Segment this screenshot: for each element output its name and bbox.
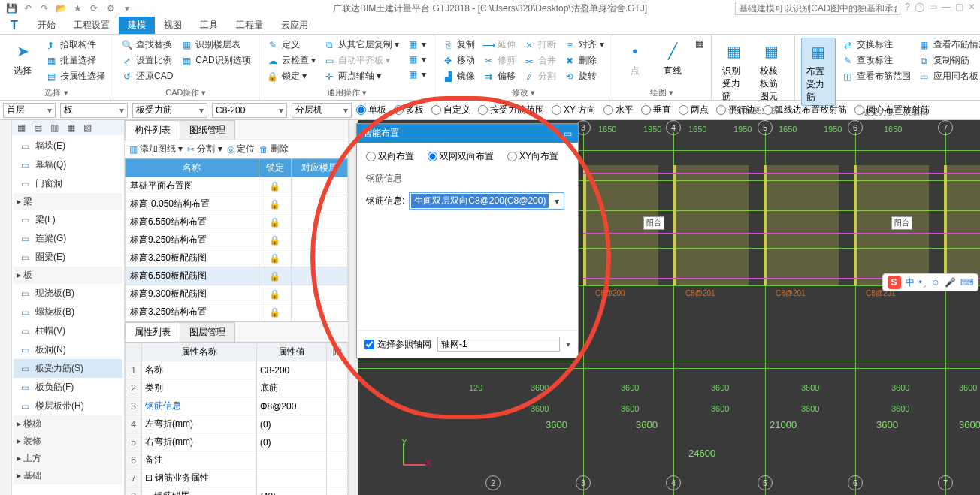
tab-modeling[interactable]: 建模 — [119, 17, 155, 34]
tree-tool-2[interactable]: ▤ — [32, 122, 44, 134]
tree-item[interactable]: ▭柱帽(V) — [14, 321, 122, 340]
lock-icon[interactable]: 🔒 — [259, 213, 291, 231]
tree-group-header[interactable]: ▸ 楼梯 — [14, 415, 122, 433]
layout-radio-input-3[interactable] — [478, 105, 488, 115]
table-row[interactable]: 标高6.550板配筋图🔒 — [126, 267, 348, 285]
pick-component[interactable]: ⮭拾取构件 — [44, 38, 107, 52]
help-search-input[interactable] — [735, 2, 900, 15]
col-name[interactable]: 名称 — [126, 159, 259, 177]
tree-tool-4[interactable]: ▦ — [65, 122, 77, 134]
extra-3[interactable]: ▦▾ — [405, 68, 428, 81]
ref-grid-checkbox[interactable]: 选择参照轴网 — [364, 338, 431, 351]
check-slab-rebar[interactable]: ▦校核板筋图元 — [755, 38, 788, 104]
extra-1[interactable]: ▦▾ — [405, 38, 428, 51]
dialog-option-input-1[interactable] — [428, 152, 437, 161]
table-row[interactable]: 标高6.550结构布置🔒 — [126, 213, 348, 231]
ime-toolbar[interactable]: S 中 •ˏ ☺ 🎤 ⌨ — [882, 273, 978, 291]
merge-btn[interactable]: ⫘合并 — [522, 53, 558, 68]
prop-row[interactable]: 4左弯折(mm)(0) — [126, 415, 348, 433]
user-icon[interactable]: ◯ — [915, 2, 924, 15]
restore-cad[interactable]: ↺还原CAD — [119, 69, 174, 83]
dialog-option-0[interactable]: 双向布置 — [366, 150, 414, 163]
select-by-prop[interactable]: ▤按属性选择 — [44, 69, 107, 83]
tree-tool-1[interactable]: ▦ — [15, 122, 27, 134]
mirror-btn[interactable]: ▟镜像 — [440, 69, 476, 83]
apply-same-slab[interactable]: ▭应用同名板 — [917, 69, 980, 83]
prop-row[interactable]: 2类别底筋 — [126, 379, 348, 397]
layout-rebar-button[interactable]: ▦布置受力筋 — [801, 38, 836, 106]
dialog-titlebar[interactable]: 智能布置 ▭ — [357, 124, 578, 143]
col-lock[interactable]: 锁定 — [259, 159, 291, 177]
tree-group-header[interactable]: ▸ 板 — [14, 267, 122, 284]
dialog-option-input-2[interactable] — [507, 152, 517, 161]
identify-rebar[interactable]: ▦识别受力筋 — [718, 38, 751, 104]
table-row[interactable]: 标高3.250板配筋图🔒 — [126, 249, 348, 267]
tree-item[interactable]: ▭墙垛(E) — [14, 137, 122, 155]
split-btn[interactable]: ⫽分割 — [522, 69, 558, 83]
ime-mode[interactable]: 中 — [906, 276, 915, 289]
minimize-icon[interactable]: — — [942, 2, 951, 15]
layout-radio-input-8[interactable] — [716, 105, 726, 115]
tree-item[interactable]: ▭楼层板带(H) — [14, 397, 122, 415]
lock-icon[interactable]: 🔒 — [259, 249, 291, 267]
qat-down-icon[interactable]: ▾ — [120, 2, 134, 15]
layer-select[interactable]: 分层机 — [292, 103, 352, 118]
layout-radio-input-0[interactable] — [356, 105, 366, 115]
layout-radio-1[interactable]: 多板 — [394, 104, 424, 116]
tree-item[interactable]: ▭螺旋板(B) — [14, 303, 122, 321]
ime-punct-icon[interactable]: •ˏ — [919, 277, 927, 288]
maximize-icon[interactable]: ▢ — [955, 2, 963, 15]
cloud-check[interactable]: ☁云检查 ▾ — [265, 53, 317, 68]
prop-row[interactable]: 1名称C8-200 — [126, 361, 348, 379]
add-drawing-button[interactable]: ▥添加图纸 ▾ — [129, 143, 183, 155]
delete-drawing-button[interactable]: 🗑删除 — [259, 143, 289, 155]
app-logo-icon[interactable]: T — [0, 17, 29, 34]
tab-start[interactable]: 开始 — [29, 17, 65, 34]
ime-mic-icon[interactable]: 🎤 — [945, 277, 956, 288]
help-icon[interactable]: ? — [905, 2, 910, 15]
layout-radio-9[interactable]: 弧线边布置放射筋 — [763, 104, 847, 116]
ref-grid-input[interactable] — [437, 337, 560, 352]
tree-group-header[interactable]: ▸ 土方 — [14, 450, 122, 467]
tree-item[interactable]: ▭连梁(G) — [14, 229, 122, 248]
lock[interactable]: 🔒锁定 ▾ — [265, 69, 317, 83]
close-icon[interactable]: ✕ — [968, 2, 975, 15]
define[interactable]: ✎定义 — [265, 38, 317, 52]
tab-properties[interactable]: 属性列表 — [125, 322, 180, 342]
category-select[interactable]: 板 — [60, 103, 128, 118]
layout-radio-2[interactable]: 自定义 — [431, 104, 470, 116]
prop-row[interactable]: 5右弯折(mm)(0) — [126, 433, 348, 451]
locate-button[interactable]: ◎定位 — [227, 143, 255, 155]
tree-group-header[interactable]: ▸ 装修 — [14, 433, 122, 450]
qat-open-icon[interactable]: 📂 — [54, 2, 68, 15]
table-row[interactable]: 标高3.250结构布置🔒 — [126, 303, 348, 321]
rebar-info-combo[interactable]: 生间双层双向C8@200(C8@200) — [409, 192, 564, 210]
move-btn[interactable]: ✥移动 — [440, 53, 476, 68]
layout-radio-7[interactable]: 两点 — [679, 104, 709, 116]
lock-icon[interactable]: 🔒 — [259, 285, 291, 303]
floor-select[interactable]: 首层 — [3, 103, 56, 118]
qat-undo-icon[interactable]: ↶ — [21, 2, 35, 15]
layout-radio-input-6[interactable] — [641, 105, 651, 115]
col-floor[interactable]: 对应楼层 — [292, 159, 348, 177]
swap-annot[interactable]: ⇄交换标注 — [840, 38, 912, 52]
subcategory-select[interactable]: 板受力筋 — [132, 103, 207, 118]
offset-btn[interactable]: ⇉偏移 — [481, 69, 517, 83]
layout-radio-input-4[interactable] — [552, 105, 561, 115]
lock-icon[interactable]: 🔒 — [259, 195, 291, 213]
split-button[interactable]: ✂分割 ▾ — [187, 143, 222, 155]
tab-layers[interactable]: 图层管理 — [180, 322, 235, 342]
qat-refresh-icon[interactable]: ⟳ — [87, 2, 101, 15]
copy-rebar[interactable]: ⧉复制钢筋 — [917, 53, 980, 68]
layout-radio-input-10[interactable] — [854, 105, 864, 115]
align-btn[interactable]: ≡对齐 ▾ — [562, 38, 605, 52]
tab-cloud[interactable]: 云应用 — [272, 17, 317, 34]
lock-icon[interactable]: 🔒 — [259, 267, 291, 285]
prop-link[interactable]: 钢筋信息 — [145, 400, 181, 411]
lock-icon[interactable]: 🔒 — [259, 303, 291, 321]
auto-align-slab[interactable]: ▭自动平齐板 ▾ — [322, 53, 401, 68]
dialog-close-icon[interactable]: ▭ — [564, 128, 572, 139]
two-point-aux[interactable]: ✛两点辅轴 ▾ — [322, 69, 401, 83]
layout-radio-input-7[interactable] — [679, 105, 688, 115]
lock-icon[interactable]: 🔒 — [259, 231, 291, 249]
